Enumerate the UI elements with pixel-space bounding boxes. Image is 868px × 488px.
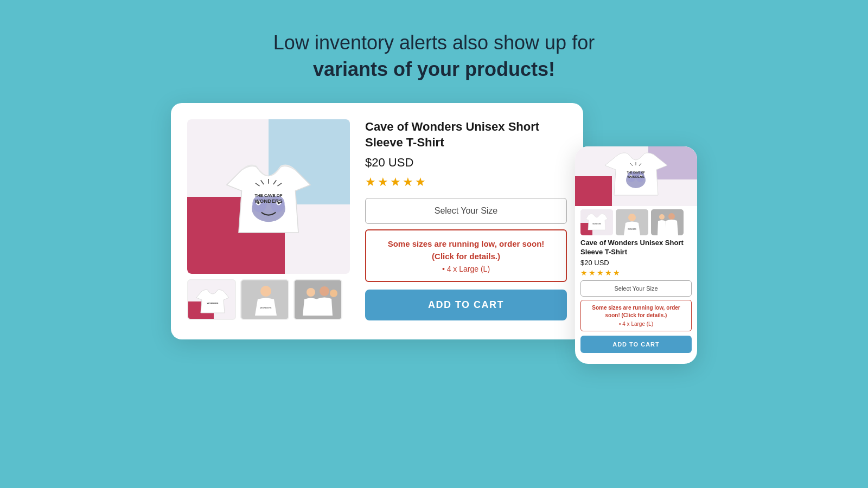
phone-thumbnail-3[interactable]: [651, 209, 684, 235]
svg-text:WONDERS: WONDERS: [260, 306, 272, 309]
add-to-cart-button[interactable]: ADD TO CART: [365, 290, 567, 320]
product-price: $20 USD: [365, 156, 567, 170]
phone-product-price: $20 USD: [580, 259, 692, 267]
product-stars: ★ ★ ★ ★ ★: [365, 175, 567, 189]
phone-thumbnails-row: WONDERS WONDERS: [575, 206, 697, 239]
svg-text:THE CAVE OF: THE CAVE OF: [254, 193, 282, 198]
low-inventory-text-line1: Some sizes are running low, order soon!: [375, 238, 557, 251]
headline-normal: of your products!: [388, 58, 555, 80]
thumbnail-1[interactable]: WONDERS: [187, 279, 236, 320]
phone-add-to-cart-button[interactable]: ADD TO CART: [580, 336, 692, 353]
phone-select-size-button[interactable]: Select Your Size: [580, 280, 692, 297]
product-info-col: Cave of Wonders Unisex Short Sleeve T-Sh…: [365, 119, 567, 320]
devices-wrapper: THE CAVE OF WONDERS: [171, 103, 697, 364]
headline-bold: variants: [313, 58, 388, 80]
thumbnails-row: WONDERS WONDERS: [187, 279, 350, 320]
svg-text:THE CAVE OF: THE CAVE OF: [627, 171, 644, 174]
svg-point-41: [659, 214, 665, 220]
headline-line2: variants of your products!: [273, 56, 595, 83]
svg-text:WONDERS: WONDERS: [207, 302, 219, 305]
phone-product-stars: ★ ★ ★ ★ ★: [580, 268, 692, 277]
svg-text:WONDERS: WONDERS: [592, 223, 601, 225]
tablet-content: THE CAVE OF WONDERS: [187, 119, 567, 320]
select-size-button[interactable]: Select Your Size: [365, 198, 567, 224]
thumbnail-2[interactable]: WONDERS: [240, 279, 289, 320]
svg-point-19: [307, 288, 315, 297]
phone-main-image: THE CAVE OF WONDERS: [575, 146, 697, 206]
low-inventory-item: • 4 x Large (L): [375, 265, 557, 273]
phone-low-inventory-alert[interactable]: Some sizes are running low, order soon! …: [580, 300, 692, 331]
phone-product-title: Cave of Wonders Unisex Short Sleeve T-Sh…: [580, 239, 692, 257]
svg-point-21: [330, 290, 337, 297]
tablet-card: THE CAVE OF WONDERS: [171, 103, 583, 339]
headline: Low inventory alerts also show up for va…: [273, 30, 595, 82]
thumbnail-3[interactable]: [293, 279, 342, 320]
tshirt-illustration: THE CAVE OF WONDERS: [209, 137, 328, 256]
headline-line1: Low inventory alerts also show up for: [273, 30, 595, 56]
svg-point-20: [320, 286, 329, 296]
main-product-image: THE CAVE OF WONDERS: [187, 119, 350, 274]
phone-card: THE CAVE OF WONDERS WONDERS: [575, 146, 697, 364]
low-inventory-alert[interactable]: Some sizes are running low, order soon! …: [365, 229, 567, 282]
svg-text:WONDERS: WONDERS: [628, 228, 636, 230]
svg-text:WONDERS: WONDERS: [627, 175, 644, 178]
phone-thumbnail-2[interactable]: WONDERS: [616, 209, 648, 235]
svg-point-42: [668, 213, 675, 220]
svg-point-16: [260, 286, 271, 297]
product-images-col: THE CAVE OF WONDERS: [187, 119, 350, 320]
phone-low-inventory-item: • 4 x Large (L): [585, 321, 687, 327]
product-title: Cave of Wonders Unisex Short Sleeve T-Sh…: [365, 119, 567, 150]
phone-low-inventory-text: Some sizes are running low, order soon! …: [585, 304, 687, 319]
svg-point-38: [628, 214, 636, 221]
phone-tshirt-illustration: THE CAVE OF WONDERS: [575, 146, 697, 206]
low-inventory-text-line2: (Click for details.): [375, 251, 557, 263]
svg-text:WONDERS: WONDERS: [254, 198, 283, 204]
phone-thumbnail-1[interactable]: WONDERS: [580, 209, 613, 235]
phone-product-info: Cave of Wonders Unisex Short Sleeve T-Sh…: [575, 239, 697, 353]
